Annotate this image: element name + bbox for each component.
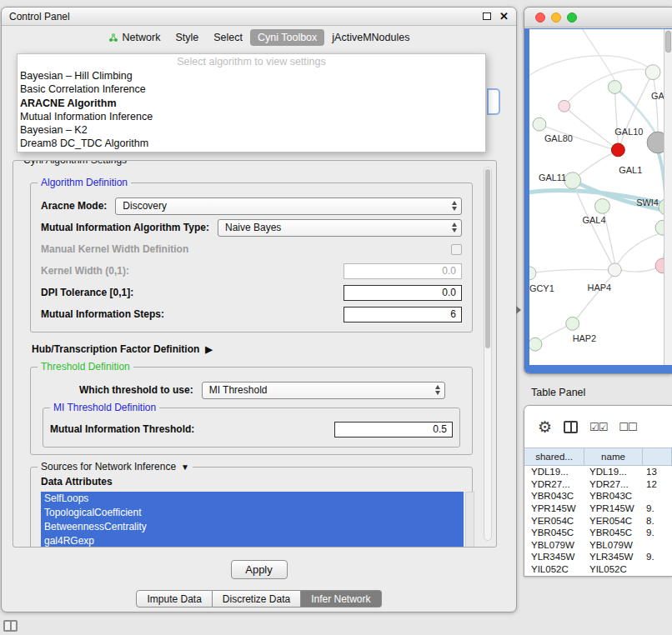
column-header-partial[interactable] <box>643 448 672 465</box>
table-row[interactable]: YLR345WYLR345W9. <box>524 551 672 563</box>
dropdown-option[interactable]: Bayesian – Hill Climbing <box>18 69 485 82</box>
table-row[interactable]: YDL19...YDL19...13 <box>524 466 672 478</box>
network-window-titlebar[interactable] <box>524 8 672 28</box>
network-node[interactable] <box>655 220 664 235</box>
hub-definition-toggle[interactable]: Hub/Transcription Factor Definition ▶ <box>32 342 474 357</box>
network-edge[interactable] <box>620 268 658 272</box>
aracne-mode-select[interactable]: Discovery <box>115 198 462 215</box>
settings-scrollbar-thumb[interactable] <box>485 169 490 348</box>
kernel-width-label: Kernel Width (0,1): <box>41 265 129 277</box>
network-node[interactable] <box>608 81 621 94</box>
node-label: GAL10 <box>614 127 643 137</box>
network-edge[interactable] <box>653 72 658 132</box>
sources-group: Sources for Network Inference ▼ Data Att… <box>30 467 473 548</box>
network-edge[interactable] <box>529 269 609 272</box>
network-node[interactable] <box>608 263 621 277</box>
float-window-icon[interactable] <box>483 12 491 20</box>
table-cell: 9. <box>643 503 672 513</box>
control-panel-titlebar[interactable]: Control Panel ✕ <box>2 8 516 26</box>
network-node[interactable] <box>566 317 579 330</box>
dropdown-option-selected[interactable]: ARACNE Algorithm <box>18 97 485 110</box>
list-item[interactable]: TopologicalCoefficient <box>41 506 464 520</box>
network-node[interactable] <box>529 267 536 280</box>
node-label: GAL11 <box>539 172 566 182</box>
network-edge[interactable] <box>614 232 662 270</box>
tab-jactivemnodules[interactable]: jActiveMNodules <box>324 29 417 46</box>
mi-steps-field[interactable]: 6 <box>344 307 462 322</box>
table-row[interactable]: YBR045CYBR045C9. <box>524 527 672 539</box>
apply-button[interactable]: Apply <box>231 560 288 579</box>
list-item[interactable]: BetweennessCentrality <box>41 520 464 534</box>
kernel-width-field[interactable]: 0.0 <box>344 263 462 279</box>
network-node[interactable] <box>647 132 664 153</box>
table-row[interactable]: YPR145WYPR145W9. <box>524 502 672 515</box>
network-node[interactable] <box>529 338 542 351</box>
network-node[interactable] <box>564 172 581 189</box>
network-node[interactable] <box>533 118 546 131</box>
columns-icon[interactable] <box>564 421 578 433</box>
manual-kernel-checkbox[interactable] <box>451 244 462 255</box>
network-scrollbar[interactable] <box>664 29 672 365</box>
settings-scrollbar[interactable] <box>484 167 492 541</box>
which-threshold-select[interactable]: MI Threshold <box>202 382 445 399</box>
dropdown-option[interactable]: Dream8 DC_TDC Algorithm <box>18 137 485 150</box>
table-row[interactable]: YBR043CYBR043C <box>524 490 672 502</box>
gear-icon[interactable]: ⚙ <box>538 419 552 435</box>
dpi-tolerance-field[interactable]: 0.0 <box>344 285 462 301</box>
table-cell: YPR145W <box>584 503 643 513</box>
table-cell: YDL19... <box>524 467 584 477</box>
select-all-checks-icon[interactable]: ☑☑ <box>589 421 607 433</box>
network-node[interactable] <box>655 258 664 273</box>
dropdown-option[interactable]: Basic Correlation Inference <box>18 82 485 96</box>
table-row[interactable]: YBL079WYBL079W <box>524 539 672 552</box>
algorithm-select-edge[interactable] <box>487 88 500 115</box>
network-node[interactable] <box>611 143 624 157</box>
panel-splitter-handle-icon[interactable] <box>516 306 521 314</box>
network-edge[interactable] <box>564 69 650 106</box>
collapsed-panel-icon[interactable] <box>3 620 18 632</box>
tab-infer-network[interactable]: Infer Network <box>301 590 381 608</box>
tab-style[interactable]: Style <box>168 29 206 46</box>
deselect-all-checks-icon[interactable]: ☐☐ <box>619 421 636 433</box>
table-row[interactable]: YDR27...YDR27...12 <box>524 478 672 491</box>
tab-network[interactable]: Network <box>101 29 168 46</box>
mi-steps-row: Mutual Information Steps: 6 <box>41 303 462 325</box>
minimize-traffic-light-icon[interactable] <box>551 12 561 22</box>
sources-title-text: Sources for Network Inference <box>41 461 176 472</box>
mi-threshold-field[interactable]: 0.5 <box>334 422 453 438</box>
node-label: HAP4 <box>588 282 612 292</box>
close-icon[interactable]: ✕ <box>499 11 509 22</box>
dropdown-option[interactable]: Bayesian – K2 <box>18 123 485 137</box>
network-scrollbar-thumb[interactable] <box>665 31 671 52</box>
aracne-mode-label: Aracne Mode: <box>41 200 107 212</box>
zoom-traffic-light-icon[interactable] <box>567 12 577 22</box>
network-node[interactable] <box>559 100 570 112</box>
table-cell: YER054C <box>584 516 643 526</box>
list-item[interactable]: SelfLoops <box>41 492 464 506</box>
mi-threshold-group: MI Threshold Definition Mutual Informati… <box>43 408 460 448</box>
table-row[interactable]: YIL052CYIL052C <box>524 563 672 576</box>
list-item[interactable]: gal4RGexp <box>41 534 464 548</box>
column-header-shared-name[interactable]: shared... <box>524 448 584 465</box>
tab-label: Network <box>123 32 161 43</box>
manual-kernel-row: Manual Kernel Width Definition <box>41 238 462 260</box>
mi-type-select[interactable]: Naive Bayes <box>218 219 462 237</box>
network-edge[interactable] <box>529 56 648 78</box>
dropdown-option[interactable]: Mutual Information Inference <box>18 110 485 123</box>
column-header-name[interactable]: name <box>584 448 643 465</box>
network-node[interactable] <box>595 198 610 213</box>
tab-discretize-data[interactable]: Discretize Data <box>213 590 301 608</box>
sources-group-title[interactable]: Sources for Network Inference ▼ <box>38 461 193 472</box>
table-cell: YBL079W <box>524 540 584 550</box>
close-traffic-light-icon[interactable] <box>535 12 545 22</box>
stepper-icon <box>452 201 457 211</box>
network-canvas[interactable]: GAL80GAL10GAL11GAL1SWI4GAL4GCY1HAP4HAP2G… <box>529 29 664 365</box>
network-node[interactable] <box>645 65 660 80</box>
tab-cyni-toolbox[interactable]: Cyni Toolbox <box>250 29 324 46</box>
tab-impute-data[interactable]: Impute Data <box>136 590 212 608</box>
tab-select[interactable]: Select <box>206 29 250 46</box>
table-row[interactable]: YER054CYER054C8. <box>524 514 672 527</box>
network-edge[interactable] <box>583 29 615 81</box>
table-cell: 9. <box>643 528 672 538</box>
list-scrollbar[interactable] <box>465 492 474 548</box>
